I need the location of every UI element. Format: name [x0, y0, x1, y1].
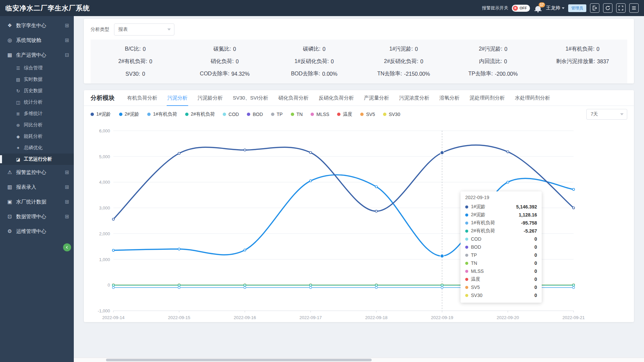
- sidebar-subitem-label: 总磷优化: [24, 145, 43, 151]
- sidebar-subitem[interactable]: ↻历史数据: [0, 85, 74, 97]
- alarm-toggle[interactable]: × OFF: [512, 5, 530, 12]
- stat-value: -2150.00%: [404, 71, 430, 77]
- legend-dot: [291, 113, 294, 116]
- svg-text:2022-09-16: 2022-09-16: [234, 315, 256, 320]
- range-select[interactable]: 7天: [586, 109, 627, 120]
- legend-item[interactable]: TP: [271, 112, 283, 117]
- submenu-icon: ☰: [15, 66, 21, 71]
- sidebar-subitem-label: 实时数据: [24, 76, 43, 82]
- sidebar-subitem-label: 历史数据: [24, 88, 43, 94]
- sidebar-subitem[interactable]: ☰综合管理: [0, 62, 74, 74]
- analysis-type-label: 分析类型: [91, 26, 109, 33]
- logout-button[interactable]: [590, 3, 599, 13]
- notification-badge: 17: [539, 2, 545, 7]
- analysis-tab[interactable]: 污泥龄分析: [193, 90, 228, 106]
- analysis-tab[interactable]: 污泥浓度分析: [394, 90, 434, 106]
- legend-dot: [91, 113, 94, 116]
- sidebar-subitem-label: 同比分析: [24, 122, 43, 128]
- expand-icon: ⊞: [65, 22, 69, 28]
- sidebar-subitem-label: 综合管理: [24, 65, 43, 71]
- analysis-tab[interactable]: 溶氧分析: [434, 90, 465, 106]
- legend-item[interactable]: TN: [291, 112, 303, 117]
- stat-label: TN去除率:: [377, 70, 402, 77]
- sidebar-subitem-label: 能耗分析: [24, 133, 43, 139]
- analysis-tab[interactable]: SV30、SVI分析: [228, 90, 273, 106]
- legend-item[interactable]: 2#有机负荷: [185, 111, 215, 117]
- legend-item[interactable]: BOD: [247, 112, 263, 117]
- legend-item[interactable]: COD: [223, 112, 239, 117]
- sidebar-item-label: 数据管理中心: [16, 214, 46, 220]
- stat-label: 1#有机负荷:: [566, 46, 594, 53]
- svg-text:5,000: 5,000: [99, 154, 110, 159]
- analysis-type-select[interactable]: 报表: [114, 23, 174, 36]
- analysis-tab[interactable]: 泥处理药剂分析: [465, 90, 510, 106]
- analysis-tab[interactable]: 污泥分析: [162, 90, 193, 106]
- legend-row: 1#泥龄2#泥龄1#有机负荷2#有机负荷CODBODTPTNMLSS温度SV5S…: [84, 106, 634, 123]
- toggle-state-label: OFF: [520, 6, 527, 10]
- sidebar-subitem-label: 统计分析: [24, 99, 43, 105]
- svg-text:2022-09-20: 2022-09-20: [497, 315, 519, 320]
- stat-value: 0: [142, 71, 145, 77]
- app-header: 临安净水二厂孪生水厂系统 报警提示开关 × OFF 17 王龙帅 管理员: [0, 0, 644, 16]
- refresh-icon: [605, 5, 610, 11]
- stat-cell: TP去除率:-200.00%: [448, 68, 538, 80]
- submenu-icon: ≣: [15, 111, 21, 116]
- legend-item[interactable]: 1#泥龄: [91, 111, 111, 117]
- sidebar-collapse-button[interactable]: [63, 243, 71, 251]
- submenu-icon: ◆: [15, 134, 21, 139]
- sidebar-subitem[interactable]: ◆能耗分析: [0, 131, 74, 142]
- scrollbar-thumb[interactable]: [106, 359, 372, 361]
- sidebar-item[interactable]: ▣水厂统计数据⊞: [0, 194, 74, 209]
- stat-cell: SV30:0: [91, 68, 180, 80]
- sidebar-subitem[interactable]: ⊕同比分析: [0, 119, 74, 131]
- sidebar-subitem[interactable]: ◪工艺运行分析: [0, 154, 74, 165]
- user-menu[interactable]: 王龙帅: [546, 5, 565, 11]
- sidebar-item[interactable]: ❖数字孪生中心⊞: [0, 18, 74, 33]
- analysis-tab[interactable]: 反硝化负荷分析: [314, 90, 359, 106]
- legend-dot: [337, 113, 340, 116]
- stat-label: 1#反硝化负荷:: [294, 58, 329, 65]
- stat-value: 0: [596, 46, 599, 52]
- line-chart[interactable]: -1,00001,0002,0003,0004,0005,0006,000202…: [91, 123, 627, 322]
- horizontal-scrollbar[interactable]: [74, 358, 644, 362]
- legend-label: 2#泥龄: [125, 111, 140, 117]
- svg-text:4,000: 4,000: [99, 180, 110, 185]
- legend-label: 1#有机负荷: [153, 111, 177, 117]
- legend-item[interactable]: 2#泥龄: [119, 111, 140, 117]
- legend-dot: [311, 113, 314, 116]
- sidebar-item[interactable]: ⚠报警监控中心⊞: [0, 165, 74, 180]
- sidebar-subitem[interactable]: ≣多维统计: [0, 108, 74, 119]
- legend-item[interactable]: 温度: [337, 111, 352, 117]
- stats-grid: B/C比:0碳氮比:0碳磷比:01#污泥龄:02#污泥龄:01#有机负荷:02#…: [91, 40, 627, 83]
- stat-value: 0: [236, 59, 239, 65]
- menu-button[interactable]: [629, 3, 639, 13]
- sidebar-subitem[interactable]: ◫统计分析: [0, 97, 74, 108]
- fullscreen-button[interactable]: [616, 3, 626, 13]
- sidebar-item[interactable]: ◎系统驾驶舱⊞: [0, 33, 74, 48]
- sidebar-item[interactable]: ▥报表录入⊞: [0, 180, 74, 194]
- legend-item[interactable]: MLSS: [311, 112, 329, 117]
- legend-item[interactable]: 1#有机负荷: [147, 111, 177, 117]
- sidebar-subitem[interactable]: ▤实时数据: [0, 74, 74, 85]
- analysis-tab[interactable]: 水处理药剂分析: [510, 90, 555, 106]
- stat-value: 0: [504, 46, 507, 52]
- notification-bell[interactable]: 17: [534, 4, 542, 12]
- analysis-tab[interactable]: 产泥量分析: [359, 90, 394, 106]
- analysis-tab[interactable]: 硝化负荷分析: [273, 90, 314, 106]
- analysis-card: 分析模块 有机负荷分析污泥分析污泥龄分析SV30、SVI分析硝化负荷分析反硝化负…: [84, 90, 634, 322]
- stat-value: -200.00%: [495, 71, 518, 77]
- stat-label: 2#污泥龄:: [479, 46, 502, 53]
- legend-label: SV30: [389, 112, 400, 117]
- main-content: 分析类型 报表 B/C比:0碳氮比:0碳磷比:01#污泥龄:02#污泥龄:01#…: [74, 16, 644, 322]
- legend-item[interactable]: SV5: [360, 112, 375, 117]
- sidebar-item[interactable]: ▦生产运营中心⊟: [0, 48, 74, 62]
- legend-label: COD: [228, 112, 239, 117]
- sidebar-subitem[interactable]: ✦总磷优化: [0, 142, 74, 154]
- sidebar-item[interactable]: ⚙运维管理中心: [0, 224, 74, 239]
- stat-value: 94.32%: [231, 71, 250, 77]
- analysis-tab[interactable]: 有机负荷分析: [122, 90, 162, 106]
- sidebar-item[interactable]: ⊡数据管理中心⊞: [0, 209, 74, 224]
- legend-item[interactable]: SV30: [383, 112, 400, 117]
- chart-legend: 1#泥龄2#泥龄1#有机负荷2#有机负荷CODBODTPTNMLSS温度SV5S…: [91, 111, 586, 117]
- refresh-button[interactable]: [603, 3, 612, 13]
